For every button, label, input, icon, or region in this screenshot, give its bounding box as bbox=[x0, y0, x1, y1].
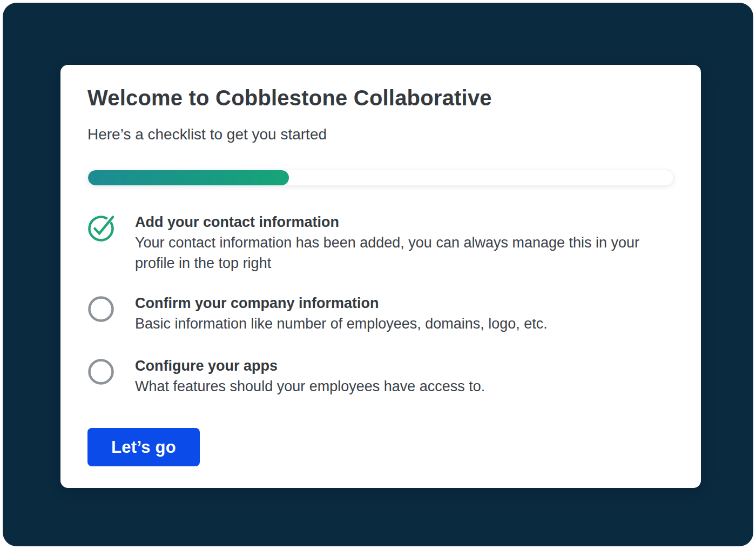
checklist-item-company[interactable]: Confirm your company information Basic i… bbox=[87, 293, 674, 334]
checklist-item-description: Basic information like number of employe… bbox=[135, 313, 548, 334]
checklist-item-description: What features should your employees have… bbox=[135, 376, 485, 397]
checklist-item-text: Confirm your company information Basic i… bbox=[135, 293, 548, 334]
onboarding-checklist-card: Welcome to Cobblestone Collaborative Her… bbox=[60, 65, 701, 488]
empty-circle-icon bbox=[87, 294, 117, 323]
checklist-item-title: Confirm your company information bbox=[135, 293, 548, 313]
checklist: Add your contact information Your contac… bbox=[87, 212, 674, 397]
checklist-item-title: Configure your apps bbox=[135, 356, 485, 376]
checklist-item-text: Configure your apps What features should… bbox=[135, 356, 485, 397]
checklist-subtitle: Here’s a checklist to get you started bbox=[87, 124, 674, 145]
app-background: Welcome to Cobblestone Collaborative Her… bbox=[3, 3, 753, 546]
welcome-title: Welcome to Cobblestone Collaborative bbox=[87, 85, 674, 111]
checklist-item-title: Add your contact information bbox=[135, 212, 643, 232]
empty-circle-icon bbox=[87, 357, 117, 386]
check-circle-icon bbox=[87, 213, 117, 242]
checklist-item-contact[interactable]: Add your contact information Your contac… bbox=[87, 212, 674, 273]
checklist-item-apps[interactable]: Configure your apps What features should… bbox=[87, 356, 674, 397]
checklist-item-text: Add your contact information Your contac… bbox=[135, 212, 643, 273]
progress-bar bbox=[87, 170, 674, 186]
checklist-item-description: Your contact information has been added,… bbox=[135, 232, 643, 273]
lets-go-button[interactable]: Let’s go bbox=[87, 428, 200, 466]
progress-fill bbox=[88, 170, 289, 185]
